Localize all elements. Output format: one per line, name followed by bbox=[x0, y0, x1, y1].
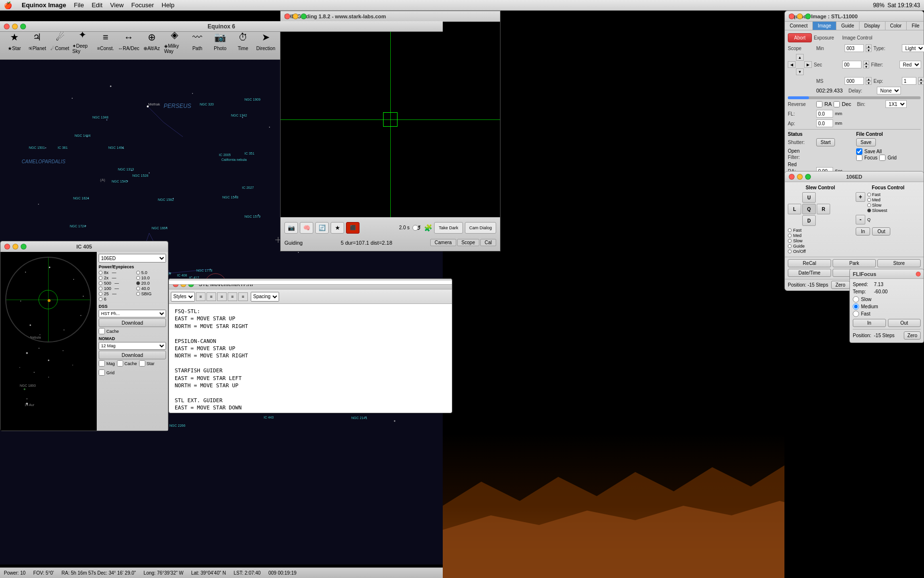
fli-fast-radio[interactable] bbox=[853, 311, 859, 317]
park-button[interactable]: Park bbox=[833, 259, 876, 267]
speed-fast-radio[interactable] bbox=[788, 228, 792, 232]
power-8x-radio[interactable] bbox=[99, 271, 103, 275]
fli-slow-radio[interactable] bbox=[853, 296, 859, 302]
view-menu[interactable]: View bbox=[106, 0, 128, 10]
power-100-radio[interactable] bbox=[99, 287, 103, 290]
focus-minimize-button[interactable] bbox=[797, 174, 803, 180]
in-button[interactable]: In bbox=[856, 227, 870, 236]
image-minimize-button[interactable] bbox=[797, 13, 803, 19]
grid-check[interactable] bbox=[99, 369, 105, 376]
close-button[interactable] bbox=[4, 24, 10, 29]
exp-up[interactable]: ▲ bbox=[918, 77, 924, 81]
power-2x-radio[interactable] bbox=[99, 276, 103, 280]
datetime-button[interactable]: Date/Time bbox=[788, 269, 831, 277]
ms-up[interactable]: ▲ bbox=[866, 77, 872, 81]
align-center-button[interactable]: ≡ bbox=[206, 292, 216, 301]
eyepiece-20-radio[interactable] bbox=[136, 281, 140, 285]
file-menu[interactable]: File bbox=[70, 0, 88, 10]
focus-med-radio[interactable] bbox=[867, 198, 871, 202]
fli-close-button[interactable] bbox=[916, 272, 921, 276]
phd-star-button[interactable]: ★ bbox=[331, 222, 344, 234]
slew-right-button[interactable]: R bbox=[817, 204, 830, 214]
slew-center-button[interactable]: Q bbox=[802, 204, 816, 214]
tab-guide[interactable]: Guide bbox=[836, 22, 860, 30]
out-button[interactable]: Out bbox=[872, 227, 890, 236]
focus-plus-button[interactable]: + bbox=[856, 192, 865, 202]
speed-onoff-radio[interactable] bbox=[788, 250, 792, 253]
focus-minus-button[interactable]: - bbox=[856, 215, 865, 224]
focuser-menu[interactable]: Focuser bbox=[128, 0, 158, 10]
fli-out-button[interactable]: Out bbox=[888, 319, 921, 327]
phd-cal-tab[interactable]: Cal bbox=[480, 239, 496, 246]
nomad-download-button[interactable]: Download bbox=[99, 351, 166, 359]
min-up[interactable]: ▲ bbox=[866, 44, 872, 48]
scope-nav-up[interactable]: ▲ bbox=[796, 54, 804, 61]
ms-down[interactable]: ▼ bbox=[866, 81, 872, 85]
bin-select[interactable]: 1X1 bbox=[886, 100, 907, 108]
zero-button[interactable]: Zero bbox=[831, 281, 850, 289]
slew-up-button[interactable]: U bbox=[802, 192, 816, 203]
phd-brain2-icon[interactable]: 🧩 bbox=[424, 224, 432, 232]
help-menu[interactable]: Help bbox=[158, 0, 179, 10]
image-maximize-button[interactable] bbox=[805, 13, 811, 19]
apple-menu-icon[interactable]: 🍎 bbox=[4, 1, 12, 9]
fli-zero-button[interactable]: Zero bbox=[904, 331, 921, 340]
phd-loop-button[interactable]: 🔄 bbox=[315, 222, 329, 234]
phd-brain-button[interactable]: 🧠 bbox=[300, 222, 313, 234]
eyepiece-5-radio[interactable] bbox=[136, 271, 140, 275]
fl-input[interactable] bbox=[816, 110, 833, 118]
cam-dialog-button[interactable]: Cam Dialog bbox=[465, 222, 496, 234]
recal-button[interactable]: ReCal bbox=[788, 259, 831, 267]
scope-selector[interactable]: 106ED bbox=[99, 254, 166, 263]
focus-slow-radio[interactable] bbox=[867, 203, 871, 207]
sec-down[interactable]: ▼ bbox=[863, 65, 869, 68]
min-input[interactable] bbox=[845, 44, 864, 52]
image-close-button[interactable] bbox=[789, 13, 795, 19]
abort-button[interactable]: Abort bbox=[788, 33, 812, 42]
save-all-checkbox[interactable] bbox=[856, 148, 862, 155]
phd-stop-button[interactable]: ⬛ bbox=[346, 222, 359, 234]
align-left-button[interactable]: ≡ bbox=[196, 292, 205, 301]
justify-button[interactable]: ≡ bbox=[228, 292, 237, 301]
store-button[interactable]: Store bbox=[877, 259, 921, 267]
phd-camera-button[interactable]: 📷 bbox=[284, 222, 298, 234]
scope-nav-down[interactable]: ▼ bbox=[796, 68, 804, 75]
focus-maximize-button[interactable] bbox=[805, 174, 811, 180]
speed-med-radio[interactable] bbox=[788, 234, 792, 237]
slew-left-button[interactable]: L bbox=[788, 204, 801, 214]
ra-checkbox[interactable] bbox=[816, 101, 822, 107]
take-dark-button[interactable]: Take Dark bbox=[434, 222, 463, 234]
start-button[interactable]: Start bbox=[816, 138, 835, 146]
minimize-button[interactable] bbox=[12, 24, 18, 29]
nomad-selector[interactable]: 12 Mag bbox=[99, 342, 166, 350]
power-6-radio[interactable] bbox=[99, 297, 103, 301]
finder-maximize-button[interactable] bbox=[21, 244, 26, 250]
align-right-button[interactable]: ≡ bbox=[217, 292, 227, 301]
tab-connect[interactable]: Connect bbox=[785, 22, 813, 30]
scope-nav-right[interactable]: ▶ bbox=[804, 61, 812, 68]
ms-input[interactable] bbox=[845, 77, 864, 85]
eyepiece-40-radio[interactable] bbox=[136, 287, 140, 290]
slew-down-button[interactable]: D bbox=[802, 215, 816, 226]
focus-checkbox[interactable] bbox=[856, 155, 862, 161]
tab-display[interactable]: Display bbox=[860, 22, 886, 30]
focus-close-button[interactable] bbox=[789, 174, 795, 180]
maximize-button[interactable] bbox=[20, 24, 26, 29]
star-checkbox[interactable] bbox=[139, 360, 145, 367]
tab-file[interactable]: File bbox=[907, 22, 924, 30]
tab-image[interactable]: Image bbox=[813, 22, 836, 30]
tab-color[interactable]: Color bbox=[886, 22, 907, 30]
cache2-checkbox[interactable] bbox=[117, 360, 123, 367]
phd-maximize-button[interactable] bbox=[301, 13, 307, 19]
speed-slow-radio[interactable] bbox=[788, 239, 792, 243]
dss-download-button[interactable]: Download bbox=[99, 318, 166, 327]
phd-close-button[interactable] bbox=[284, 13, 290, 19]
phd-scope-tab[interactable]: Scope bbox=[457, 239, 479, 246]
filter-select[interactable]: Red bbox=[899, 61, 921, 68]
ap-input[interactable] bbox=[816, 119, 833, 127]
stl-content[interactable]: FSQ-STL: EAST = MOVE STAR UP NORTH = MOV… bbox=[169, 304, 452, 413]
eyepiece-10-radio[interactable] bbox=[136, 276, 140, 280]
power-500-radio[interactable] bbox=[99, 281, 103, 285]
exp-down[interactable]: ▼ bbox=[918, 81, 924, 85]
list-button[interactable]: ≡ bbox=[238, 292, 248, 301]
